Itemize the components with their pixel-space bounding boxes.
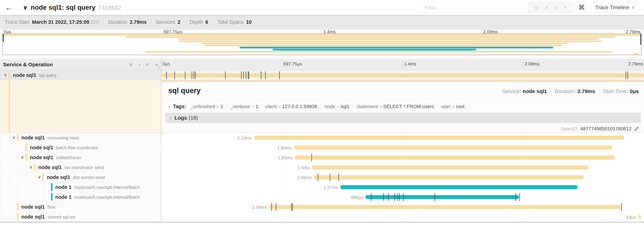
- service-name: node sql1: [21, 135, 45, 141]
- trace-minimap[interactable]: [2, 34, 642, 55]
- tree-row--cockroach-roachpb-internal-batch[interactable]: node 1/cockroach.roachpb.Internal/Batch: [0, 182, 161, 192]
- tree-row-dist-sender-send[interactable]: ∨node sql1dist sender send: [0, 172, 161, 182]
- viewport-handle-right[interactable]: [640, 34, 641, 45]
- span-bar[interactable]: [254, 136, 624, 140]
- tree-row-txn-coordinator-send[interactable]: ∨node sql1txn coordinator send: [0, 162, 161, 172]
- span-bar[interactable]: [314, 175, 584, 179]
- span-bar[interactable]: [161, 73, 644, 77]
- prev-match-icon[interactable]: ∧: [542, 4, 551, 11]
- equals-sign: =: [252, 104, 254, 109]
- indent-guide: [1, 172, 1, 182]
- viewport-handle-left[interactable]: [3, 34, 4, 42]
- tree-row-top: ∨node sql1sql query: [0, 70, 161, 80]
- indent-guide: [1, 192, 1, 202]
- span-color-accent: [17, 203, 18, 210]
- span-bar[interactable]: [294, 146, 612, 150]
- operation-name: batch flow coordinator: [56, 145, 98, 150]
- log-tick-mark: [195, 71, 196, 79]
- page-header: ← ∨ node sql1: sql query 7418682 ◎∧∨× ⌘ …: [0, 0, 644, 15]
- span-duration-label: 1.56ms: [297, 175, 312, 180]
- span-bar[interactable]: [269, 205, 622, 209]
- title-chevron-down-icon[interactable]: ∨: [23, 4, 28, 11]
- logs-accordion[interactable]: › Logs (18): [166, 113, 640, 123]
- span-duration-label: 1.85ms: [278, 155, 292, 161]
- clear-icon[interactable]: ×: [561, 4, 570, 11]
- log-tick-mark: [394, 193, 395, 201]
- span-bar[interactable]: [340, 185, 577, 189]
- back-button[interactable]: ←: [0, 0, 18, 15]
- locate-icon[interactable]: ◎: [531, 4, 542, 11]
- operation-name: /cockroach.roachpb.Internal/Batch: [74, 185, 140, 190]
- span-bar[interactable]: [294, 155, 614, 159]
- header-controls: ◎∧∨× ⌘ Trace Timeline ∨: [420, 2, 639, 13]
- log-tick-mark: [243, 71, 244, 79]
- tree-row-colbatchscan[interactable]: ∨node sql1colbatchscan: [0, 153, 161, 162]
- indent-guide: [35, 182, 35, 192]
- tree-row-commit-sql-txn[interactable]: node sql1commit sql txn: [0, 212, 161, 222]
- chevron-down-icon[interactable]: ∨: [38, 174, 41, 179]
- keyboard-shortcuts-button[interactable]: ⌘: [576, 2, 588, 13]
- tree-row-labels: node 1/cockroach.roachpb.Internal/Batch: [0, 194, 140, 200]
- span-color-accent: [51, 193, 52, 201]
- span-bar[interactable]: [312, 165, 588, 169]
- span-duration-label: 14μs: [626, 214, 636, 220]
- tick-label: 2.09ms: [525, 61, 540, 67]
- chevron-down-icon: ∨: [632, 5, 634, 10]
- log-tick-mark: [291, 203, 292, 211]
- chevron-down-icon[interactable]: ∨: [4, 72, 7, 77]
- log-tick-mark: [225, 71, 226, 79]
- collapse-one-icon[interactable]: ∨: [129, 62, 133, 68]
- service-operation-header: Service & Operation ∨›»»: [0, 59, 161, 70]
- minimap-span-bar: [125, 36, 615, 38]
- collapse-controls: ∨›»»: [123, 62, 158, 68]
- duration-value: 2.79ms: [578, 88, 595, 94]
- link-icon[interactable]: [634, 126, 639, 131]
- tag-item: node=sql1: [324, 104, 350, 109]
- find-input[interactable]: [420, 2, 528, 13]
- tree-row-flow[interactable]: node sql1flow: [0, 202, 161, 212]
- expand-one-icon[interactable]: ›: [139, 62, 140, 68]
- tag-key: _unfinished: [190, 104, 215, 109]
- equals-sign: =: [336, 104, 339, 109]
- next-match-icon[interactable]: ∨: [551, 4, 561, 11]
- span-bar[interactable]: [638, 215, 641, 219]
- summary-item: Duration2.79ms: [108, 19, 146, 25]
- chevron-down-icon[interactable]: ∨: [21, 155, 24, 160]
- tag-value: 1: [220, 104, 223, 109]
- minimap-span-bar: [273, 49, 476, 51]
- summary-label: Total Spans: [217, 19, 244, 25]
- tag-value: 1: [256, 104, 258, 109]
- tags-accordion[interactable]: › Tags: _unfinished=1_verbose=1client=12…: [168, 104, 640, 109]
- tag-key: _verbose: [230, 104, 250, 109]
- indent-guide: [35, 192, 35, 202]
- indent-guide: [1, 70, 1, 80]
- tree-row-consuming-rows[interactable]: ∨node sql1consuming rows: [0, 133, 161, 143]
- log-tick-mark: [241, 71, 242, 79]
- tree-row--cockroach-roachpb-internal-batch[interactable]: node 1/cockroach.roachpb.Internal/Batch: [0, 192, 161, 202]
- trace-view-selector[interactable]: Trace Timeline ∨: [590, 2, 639, 13]
- indent-guide: [26, 192, 27, 202]
- tree-row-labels: node sql1consuming rows: [0, 135, 79, 141]
- span-color-accent: [8, 80, 10, 133]
- tag-value: root: [456, 104, 464, 109]
- tree-row-sql-query[interactable]: ∨node sql1sql query: [0, 70, 161, 80]
- summary-value: 2.79ms: [130, 19, 146, 25]
- column-resize-grabber[interactable]: [158, 65, 160, 69]
- tree-row-batch-flow-coordinator[interactable]: node sql1batch flow coordinator: [0, 143, 161, 153]
- collapse-all-icon[interactable]: »: [145, 63, 150, 66]
- chevron-right-icon: ›: [170, 115, 172, 121]
- indent-guide: [10, 162, 10, 172]
- operation-name: colbatchscan: [56, 155, 81, 160]
- chevron-down-icon[interactable]: ∨: [12, 135, 16, 140]
- indent-guide: [1, 153, 1, 162]
- operation-name: sql query: [39, 73, 56, 78]
- tree-row-labels: node sql1flow: [0, 204, 55, 210]
- log-tick-mark: [292, 203, 293, 211]
- log-tick-mark: [516, 193, 516, 201]
- span-row-top: [161, 70, 644, 80]
- tree-row-labels: node sql1dist sender send: [0, 174, 105, 180]
- indent-guide: [18, 143, 18, 152]
- chevron-down-icon[interactable]: ∨: [29, 164, 32, 170]
- summary-separator: [104, 19, 104, 25]
- tag-value: SELECT * FROM users: [383, 104, 434, 109]
